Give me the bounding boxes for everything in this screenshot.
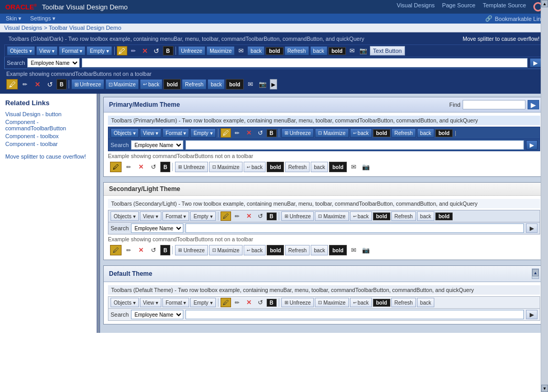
objects-menu[interactable]: Objects ▾ [7,46,35,55]
d-view-menu[interactable]: View ▾ [140,298,161,307]
p-back-btn-1[interactable]: ↩back [350,128,372,138]
d-bold-text-btn[interactable]: bold [373,299,390,307]
search-select[interactable]: Employee Name Employee Name [27,58,80,68]
scroll-up-btn[interactable]: ▲ [532,269,539,276]
d-refresh-btn[interactable]: Refresh [391,298,416,307]
s-back-btn-2[interactable]: back [417,211,434,221]
view-menu[interactable]: View ▾ [36,46,58,55]
d-back-btn-1[interactable]: ↩back [350,298,372,307]
p-create-btn[interactable]: 🖊 [221,128,231,138]
s-refresh2-btn[interactable]: ↺ [255,211,266,221]
s-cmd-edit-btn[interactable]: ✏ [123,245,134,255]
p-cmd-maximize-btn[interactable]: ⊡Maximize [209,162,243,172]
refresh-btn-1[interactable]: Refresh [284,46,309,55]
cmd-camera-btn[interactable]: 📷 [257,79,269,89]
bold-text-btn-1[interactable]: bold [266,47,283,55]
cmd-email-btn[interactable]: ✉ [245,79,256,89]
s-search-select[interactable]: Employee Name [131,223,183,233]
delete-icon-btn[interactable]: ✕ [140,46,150,55]
nav-template-source[interactable]: Template Source [483,2,526,12]
sidebar-link-1[interactable]: Visual Design - button [5,111,91,117]
d-back-btn-2[interactable]: back [417,298,434,307]
s-cmd-bold-text-2[interactable]: bold [329,245,346,255]
p-edit-btn[interactable]: ✏ [232,128,243,138]
cmd-create-btn[interactable]: 🖊 [6,79,18,89]
cmd-edit-btn[interactable]: ✏ [19,79,30,89]
s-objects-menu[interactable]: Objects ▾ [111,211,139,221]
p-refresh-btn[interactable]: Refresh [391,128,416,138]
p-cmd-unfreeze-btn[interactable]: ⊞Unfreeze [175,162,208,172]
unfreeze-btn[interactable]: Unfreeze [178,46,206,55]
sidebar-link-3[interactable]: Component - toolbox [5,133,91,139]
d-maximize-btn[interactable]: ⊡Maximize [315,298,348,307]
bold-text-btn-2[interactable]: bold [328,47,346,55]
cmd-maximize-btn[interactable]: ⊡ Maximize [105,79,139,89]
cmd-bold-text-btn-1[interactable]: bold [163,79,181,89]
p-objects-menu[interactable]: Objects ▾ [111,128,139,138]
s-delete-btn[interactable]: ✕ [244,211,254,221]
s-cmd-maximize-btn[interactable]: ⊡Maximize [209,245,243,255]
sidebar-link-2[interactable]: Component - commandToolbarButton [5,119,91,131]
p-cmd-create-btn[interactable]: 🖊 [110,162,122,172]
d-delete-btn[interactable]: ✕ [244,298,254,307]
p-bold-icon-btn[interactable]: B [267,129,277,137]
back-btn-2[interactable]: back [310,46,327,55]
breadcrumb-home[interactable]: Visual Designs [4,25,42,31]
p-cmd-email-btn[interactable]: ✉ [348,162,359,172]
p-view-menu[interactable]: View ▾ [140,128,161,138]
p-bold-text-btn[interactable]: bold [373,129,390,137]
s-edit-btn[interactable]: ✏ [232,211,243,221]
cmd-bold-btn[interactable]: B [57,79,67,89]
overflow-arrow[interactable]: ▶ [270,79,277,89]
p-back-btn-2[interactable]: back [417,128,434,138]
s-bold-text-btn-2[interactable]: bold [435,212,453,220]
d-bold-icon-btn[interactable]: B [267,299,277,307]
p-delete-btn[interactable]: ✕ [244,128,254,138]
s-bold-text-btn[interactable]: bold [373,212,390,220]
back-btn-1[interactable]: back [247,46,265,55]
s-cmd-refresh-btn[interactable]: Refresh [285,245,310,255]
empty-menu[interactable]: Empty ▾ [86,46,112,55]
s-cmd-email-btn[interactable]: ✉ [348,245,359,255]
p-search-select[interactable]: Employee Name [131,140,183,150]
cmd-bold-text-btn-2[interactable]: bold [226,79,243,89]
text-button[interactable]: Text Button [370,46,405,55]
edit-icon-btn[interactable]: ✏ [128,46,139,55]
p-cmd-bold-btn[interactable]: B [160,162,170,172]
p-refresh2-btn[interactable]: ↺ [255,128,266,138]
p-bold-text-btn-2[interactable]: bold [435,129,453,137]
bold-icon-btn[interactable]: B [163,46,173,55]
format-menu[interactable]: Format ▾ [59,46,85,55]
d-edit-btn[interactable]: ✏ [232,298,243,307]
d-refresh2-btn[interactable]: ↺ [255,298,266,307]
s-view-menu[interactable]: View ▾ [140,211,161,221]
s-cmd-bold-text-1[interactable]: bold [267,245,284,255]
s-maximize-btn[interactable]: ⊡Maximize [315,211,348,221]
d-objects-menu[interactable]: Objects ▾ [111,298,139,307]
p-cmd-edit-btn[interactable]: ✏ [123,162,134,172]
d-search-go[interactable]: ▶ [526,310,538,319]
p-maximize-btn[interactable]: ⊡Maximize [315,128,348,138]
s-cmd-camera-btn[interactable]: 📷 [360,245,372,255]
p-cmd-back-btn-1[interactable]: ↩back [244,162,266,172]
p-cmd-bold-text-1[interactable]: bold [267,162,284,172]
d-search-select[interactable]: Employee Name [131,310,183,319]
cmd-back-btn-1[interactable]: ↩ back [140,79,162,89]
s-cmd-create-btn[interactable]: 🖊 [110,245,122,255]
d-format-menu[interactable]: Format ▾ [162,298,189,307]
s-refresh-btn[interactable]: Refresh [391,211,416,221]
s-cmd-delete-btn[interactable]: ✕ [135,245,147,255]
cmd-unfreeze-btn[interactable]: ⊞ Unfreeze [71,79,104,89]
cmd-back-btn-2[interactable]: back [207,79,225,89]
d-create-btn[interactable]: 🖊 [221,298,231,307]
s-cmd-refresh2-btn[interactable]: ↺ [148,245,159,255]
p-empty-menu[interactable]: Empty ▾ [190,128,215,138]
email-icon-btn[interactable]: ✉ [236,46,246,55]
find-input[interactable] [463,100,525,109]
p-cmd-refresh-btn[interactable]: Refresh [285,162,310,172]
email-icon-btn-2[interactable]: ✉ [347,46,357,55]
nav-visual-designs[interactable]: Visual Designs [397,2,435,12]
s-format-menu[interactable]: Format ▾ [162,211,189,221]
p-format-menu[interactable]: Format ▾ [162,128,189,138]
cmd-refresh-btn-1[interactable]: Refresh [182,79,206,89]
